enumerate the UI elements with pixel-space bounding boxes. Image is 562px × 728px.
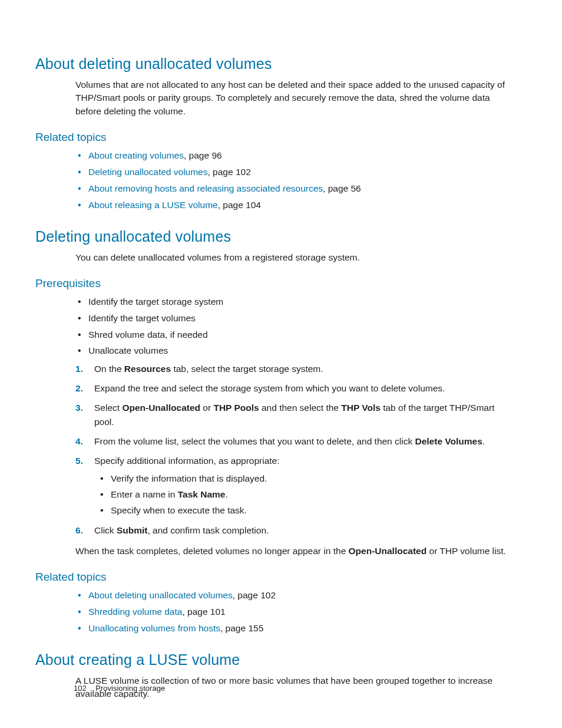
xref-tail: , page 56 bbox=[323, 183, 361, 193]
step-text: tab, select the target storage system. bbox=[171, 364, 323, 374]
xref-link[interactable]: Shredding volume data bbox=[88, 607, 182, 617]
footer-title: Provisioning storage bbox=[95, 684, 165, 693]
sec1-body: Volumes that are not allocated to any ho… bbox=[75, 78, 515, 118]
sec1-related-body: About creating volumes, page 96 Deleting… bbox=[75, 149, 515, 212]
step-4: From the volume list, select the volumes… bbox=[75, 434, 515, 449]
step-1: On the Resources tab, select the target … bbox=[75, 362, 515, 376]
xref-link[interactable]: About releasing a LUSE volume bbox=[88, 200, 218, 210]
page-number: 102 bbox=[74, 684, 87, 693]
steps-list: On the Resources tab, select the target … bbox=[75, 362, 515, 538]
xref-tail: , page 102 bbox=[233, 590, 276, 600]
sub-item: Verify the information that is displayed… bbox=[98, 472, 515, 486]
closing-text: When the task completes, deleted volumes… bbox=[75, 546, 349, 556]
sec2-closing: When the task completes, deleted volumes… bbox=[75, 545, 515, 558]
step-6: Click Submit, and confirm task completio… bbox=[75, 523, 515, 538]
heading-deleting: Deleting unallocated volumes bbox=[35, 228, 527, 245]
sec2-related-list: About deleting unallocated volumes, page… bbox=[75, 588, 515, 635]
sub-item: Enter a name in Task Name. bbox=[98, 487, 515, 502]
xref-tail: , page 102 bbox=[207, 167, 250, 177]
related-item: Deleting unallocated volumes, page 102 bbox=[75, 165, 515, 180]
heading-about-luse: About creating a LUSE volume bbox=[35, 651, 527, 668]
sub-item: Specify when to execute the task. bbox=[98, 503, 515, 518]
prereq-item: Identify the target storage system bbox=[75, 295, 515, 309]
xref-tail: , page 104 bbox=[218, 200, 261, 210]
step-text: and then select the bbox=[259, 403, 342, 413]
xref-link[interactable]: Deleting unallocated volumes bbox=[88, 167, 207, 177]
ui-label: THP Pools bbox=[213, 403, 259, 413]
ui-label: Open-Unallocated bbox=[349, 546, 427, 556]
sec1-related-heading: Related topics bbox=[35, 131, 527, 144]
step-5: Specify additional information, as appro… bbox=[75, 454, 515, 518]
sec2-body: You can delete unallocated volumes from … bbox=[75, 251, 515, 264]
related-item: About removing hosts and releasing assoc… bbox=[75, 182, 515, 196]
step-text: . bbox=[482, 436, 485, 446]
prereq-item: Identify the target volumes bbox=[75, 311, 515, 326]
ui-label: Resources bbox=[124, 364, 171, 374]
sec2-para: You can delete unallocated volumes from … bbox=[75, 251, 515, 264]
prereq-list: Identify the target storage system Ident… bbox=[75, 295, 515, 358]
step-3: Select Open-Unallocated or THP Pools and… bbox=[75, 401, 515, 429]
related-item: Shredding volume data, page 101 bbox=[75, 605, 515, 620]
related-item: About creating volumes, page 96 bbox=[75, 149, 515, 163]
step-text: Select bbox=[94, 403, 122, 413]
xref-tail: , page 96 bbox=[184, 150, 222, 160]
step-text: On the bbox=[94, 364, 124, 374]
xref-link[interactable]: Unallocating volumes from hosts bbox=[88, 623, 220, 633]
related-item: About deleting unallocated volumes, page… bbox=[75, 588, 515, 603]
related-item: About releasing a LUSE volume, page 104 bbox=[75, 198, 515, 213]
step-text: . bbox=[225, 489, 227, 499]
step-text: , and confirm task completion. bbox=[147, 525, 269, 535]
ui-label: Task Name bbox=[178, 489, 226, 499]
ui-label: Delete Volumes bbox=[415, 436, 482, 446]
prereq-item: Shred volume data, if needed bbox=[75, 328, 515, 342]
xref-tail: , page 101 bbox=[182, 607, 225, 617]
ui-label: THP Vols bbox=[341, 403, 381, 413]
step-text: From the volume list, select the volumes… bbox=[94, 436, 415, 446]
prereq-item: Unallocate volumes bbox=[75, 344, 515, 358]
step-text: or bbox=[200, 403, 213, 413]
related-item: Unallocating volumes from hosts, page 15… bbox=[75, 621, 515, 636]
sec2-prereq-body: Identify the target storage system Ident… bbox=[75, 295, 515, 558]
step-text: Specify additional information, as appro… bbox=[94, 456, 280, 466]
step-text: Enter a name in bbox=[111, 489, 178, 499]
page-footer: 102 Provisioning storage bbox=[74, 684, 165, 693]
sec2-prereq-heading: Prerequisites bbox=[35, 277, 527, 290]
xref-link[interactable]: About removing hosts and releasing assoc… bbox=[88, 183, 323, 193]
heading-about-deleting: About deleting unallocated volumes bbox=[35, 55, 527, 73]
ui-label: Open-Unallocated bbox=[122, 403, 200, 413]
closing-text: or THP volume list. bbox=[427, 546, 506, 556]
sec1-related-list: About creating volumes, page 96 Deleting… bbox=[75, 149, 515, 212]
page: About deleting unallocated volumes Volum… bbox=[0, 0, 562, 728]
sec2-related-heading: Related topics bbox=[35, 571, 527, 584]
step-text: Click bbox=[94, 525, 117, 535]
xref-link[interactable]: About deleting unallocated volumes bbox=[88, 590, 233, 600]
ui-label: Submit bbox=[117, 525, 148, 535]
sec2-related-body: About deleting unallocated volumes, page… bbox=[75, 588, 515, 635]
sec1-para: Volumes that are not allocated to any ho… bbox=[75, 78, 515, 118]
step-2: Expand the tree and select the storage s… bbox=[75, 381, 515, 396]
xref-link[interactable]: About creating volumes bbox=[88, 150, 184, 160]
step5-sublist: Verify the information that is displayed… bbox=[98, 472, 515, 518]
xref-tail: , page 155 bbox=[220, 623, 263, 633]
